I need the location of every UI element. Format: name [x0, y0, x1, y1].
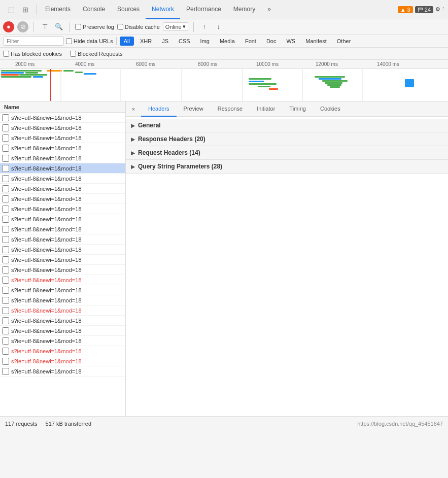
settings-icon[interactable]: ⚙ [435, 6, 440, 13]
request-row-checkbox[interactable] [2, 358, 9, 365]
section-response-headers[interactable]: ▶ Response Headers (20) [126, 132, 448, 146]
request-row-checkbox[interactable] [2, 216, 9, 223]
request-row-checkbox[interactable] [2, 297, 9, 304]
tab-initiator[interactable]: Initiator [250, 101, 282, 117]
request-row-checkbox[interactable] [2, 287, 9, 294]
request-row-checkbox[interactable] [2, 114, 9, 121]
table-row[interactable]: s?ie=utf-8&newi=1&mod=18 [0, 356, 125, 366]
request-row-checkbox[interactable] [2, 246, 9, 253]
table-row[interactable]: s?ie=utf-8&newi=1&mod=18 [0, 133, 125, 143]
filter-icon[interactable]: ⊤ [39, 21, 50, 32]
table-row[interactable]: s?ie=utf-8&newi=1&mod=18 [0, 285, 125, 295]
tab-preview[interactable]: Preview [177, 101, 211, 117]
device-toolbar-icon[interactable]: ⊞ [19, 4, 31, 16]
request-row-checkbox[interactable] [2, 266, 9, 274]
preserve-log-label[interactable]: Preserve log [75, 24, 114, 30]
section-general[interactable]: ▶ General [126, 119, 448, 132]
section-query-string[interactable]: ▶ Query String Parameters (28) [126, 160, 448, 174]
filter-type-manifest[interactable]: Manifest [301, 37, 331, 46]
table-row[interactable]: s?ie=utf-8&newi=1&mod=18 [0, 194, 125, 204]
table-row[interactable]: s?ie=utf-8&newi=1&mod=18 [0, 153, 125, 163]
blocked-requests-checkbox[interactable] [70, 51, 76, 57]
table-row[interactable]: s?ie=utf-8&newi=1&mod=18 [0, 224, 125, 234]
filter-type-img[interactable]: Img [196, 37, 214, 46]
table-row[interactable]: s?ie=utf-8&newi=1&mod=18 [0, 316, 125, 326]
export-icon[interactable]: ↓ [213, 21, 224, 32]
request-row-checkbox[interactable] [2, 256, 9, 263]
table-row[interactable]: s?ie=utf-8&newi=1&mod=18 [0, 295, 125, 305]
inspect-icon[interactable]: ⬚ [5, 4, 17, 16]
request-row-checkbox[interactable] [2, 348, 9, 355]
filter-type-font[interactable]: Font [241, 37, 260, 46]
request-row-checkbox[interactable] [2, 134, 9, 142]
table-row[interactable]: s?ie=utf-8&newi=1&mod=18 [0, 245, 125, 255]
filter-type-other[interactable]: Other [333, 37, 355, 46]
table-row[interactable]: s?ie=utf-8&newi=1&mod=18 [0, 234, 125, 245]
table-row[interactable]: s?ie=utf-8&newi=1&mod=18 [0, 265, 125, 275]
request-row-checkbox[interactable] [2, 236, 9, 243]
table-row[interactable]: s?ie=utf-8&newi=1&mod=18 [0, 255, 125, 265]
search-icon[interactable]: 🔍 [53, 21, 64, 32]
request-row-checkbox[interactable] [2, 368, 9, 375]
request-list-body[interactable]: s?ie=utf-8&newi=1&mod=18s?ie=utf-8&newi=… [0, 113, 125, 416]
request-row-checkbox[interactable] [2, 337, 9, 345]
request-row-checkbox[interactable] [2, 145, 9, 152]
record-button[interactable]: ● [3, 21, 14, 32]
table-row[interactable]: s?ie=utf-8&newi=1&mod=18 [0, 143, 125, 153]
section-request-headers[interactable]: ▶ Request Headers (14) [126, 146, 448, 160]
timeline-chart[interactable] [0, 69, 448, 101]
table-row[interactable]: s?ie=utf-8&newi=1&mod=18 [0, 336, 125, 346]
hide-data-urls-label[interactable]: Hide data URLs [66, 38, 113, 44]
table-row[interactable]: s?ie=utf-8&newi=1&mod=18 [0, 275, 125, 285]
table-row[interactable]: s?ie=utf-8&newi=1&mod=18 [0, 305, 125, 316]
close-details-button[interactable]: × [128, 104, 139, 115]
request-row-checkbox[interactable] [2, 317, 9, 324]
tab-sources[interactable]: Sources [111, 0, 146, 19]
table-row[interactable]: s?ie=utf-8&newi=1&mod=18 [0, 204, 125, 214]
table-row[interactable]: s?ie=utf-8&newi=1&mod=18 [0, 174, 125, 184]
request-row-checkbox[interactable] [2, 206, 9, 213]
disable-cache-checkbox[interactable] [117, 24, 123, 30]
table-row[interactable]: s?ie=utf-8&newi=1&mod=18 [0, 366, 125, 377]
tab-headers[interactable]: Headers [141, 101, 177, 117]
request-row-checkbox[interactable] [2, 175, 9, 182]
tab-console[interactable]: Console [77, 0, 111, 19]
request-row-checkbox[interactable] [2, 124, 9, 131]
filter-type-js[interactable]: JS [158, 37, 173, 46]
request-row-checkbox[interactable] [2, 185, 9, 192]
hide-data-urls-checkbox[interactable] [66, 38, 72, 44]
table-row[interactable]: s?ie=utf-8&newi=1&mod=18 [0, 113, 125, 123]
blocked-cookies-label[interactable]: Has blocked cookies [3, 51, 62, 57]
filter-type-ws[interactable]: WS [282, 37, 299, 46]
request-row-checkbox[interactable] [2, 155, 9, 162]
table-row[interactable]: s?ie=utf-8&newi=1&mod=18 [0, 163, 125, 174]
table-row[interactable]: s?ie=utf-8&newi=1&mod=18 [0, 123, 125, 133]
tab-cookies[interactable]: Cookies [313, 101, 348, 117]
request-row-checkbox[interactable] [2, 307, 9, 314]
devtools-more-icon[interactable]: ⋮ [440, 6, 446, 13]
filter-input[interactable] [3, 37, 64, 46]
filter-type-css[interactable]: CSS [175, 37, 194, 46]
request-row-checkbox[interactable] [2, 327, 9, 334]
tab-timing[interactable]: Timing [282, 101, 313, 117]
stop-button[interactable]: ⊘ [17, 21, 28, 32]
disable-cache-label[interactable]: Disable cache [117, 24, 160, 30]
request-row-checkbox[interactable] [2, 165, 9, 172]
request-row-checkbox[interactable] [2, 226, 9, 233]
filter-type-doc[interactable]: Doc [262, 37, 281, 46]
request-row-checkbox[interactable] [2, 277, 9, 284]
table-row[interactable]: s?ie=utf-8&newi=1&mod=18 [0, 184, 125, 194]
tab-more[interactable]: » [261, 0, 277, 19]
request-row-checkbox[interactable] [2, 195, 9, 202]
preserve-log-checkbox[interactable] [75, 24, 81, 30]
blocked-requests-label[interactable]: Blocked Requests [70, 51, 123, 57]
tab-memory[interactable]: Memory [227, 0, 261, 19]
throttle-select[interactable]: Online ▾ [163, 22, 188, 31]
tab-elements[interactable]: Elements [39, 0, 77, 19]
table-row[interactable]: s?ie=utf-8&newi=1&mod=18 [0, 214, 125, 224]
filter-type-media[interactable]: Media [216, 37, 239, 46]
table-row[interactable]: s?ie=utf-8&newi=1&mod=18 [0, 346, 125, 356]
tab-network[interactable]: Network [146, 0, 180, 19]
tab-response[interactable]: Response [211, 101, 250, 117]
blocked-cookies-checkbox[interactable] [3, 51, 9, 57]
